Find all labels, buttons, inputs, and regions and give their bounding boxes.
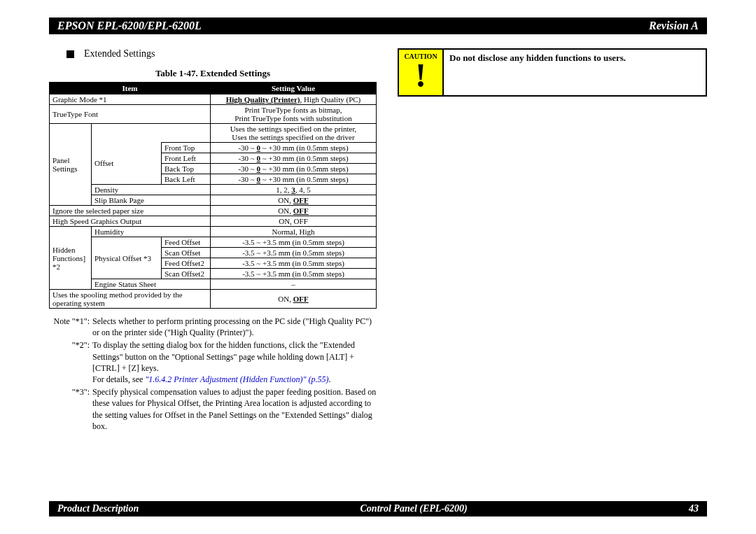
cell-group: Panel Settings (50, 124, 92, 206)
cell-item: Back Left (162, 174, 211, 185)
bullet-square-icon (66, 50, 74, 58)
table-caption: Table 1-47. Extended Settings (49, 68, 377, 79)
cell-value: -30 ~ 0 ~ +30 mm (in 0.5mm steps) (211, 174, 377, 185)
note-label: "*2": (49, 339, 92, 385)
table-row: Graphic Mode *1 High Quality (Printer), … (50, 94, 377, 105)
footnotes: Note "*1": Selects whether to perform pr… (49, 316, 377, 432)
left-column: Extended Settings Table 1-47. Extended S… (49, 48, 377, 433)
cell-item: Humidity (92, 227, 211, 237)
note-2: "*2": To display the setting dialog box … (49, 339, 377, 385)
table-row: High Speed Graphics Output ON, OFF (50, 216, 377, 227)
right-column: CAUTION ! Do not disclose any hidden fun… (398, 48, 707, 433)
table-row: Density 1, 2, 3, 4, 5 (50, 185, 377, 195)
cell-value: 1, 2, 3, 4, 5 (211, 185, 377, 195)
cell-value: Normal, High (211, 227, 377, 237)
extended-settings-table: Item Setting Value Graphic Mode *1 High … (49, 82, 377, 309)
exclamation-icon: ! (415, 59, 426, 92)
cell-item: Density (92, 185, 211, 195)
revision-label: Revision A (649, 20, 699, 32)
cell-value: Uses the settings specified on the print… (211, 124, 377, 143)
table-row: Uses the spooling method provided by the… (50, 290, 377, 309)
doc-title: EPSON EPL-6200/EPL-6200L (57, 20, 202, 32)
cell-value: -30 ~ 0 ~ +30 mm (in 0.5mm steps) (211, 143, 377, 153)
value-line2: Print TrueType fonts with substitution (234, 114, 351, 122)
section-heading: Extended Settings (66, 48, 377, 59)
section-heading-text: Extended Settings (84, 48, 155, 59)
note-text: To display the setting dialog box for th… (92, 339, 377, 385)
cell-item: Uses the spooling method provided by the… (50, 290, 211, 309)
cell-item: Scan Offset (162, 248, 211, 258)
cell-item: Ignore the selected paper size (50, 206, 211, 216)
cell-value: -3.5 ~ +3.5 mm (in 0.5mm steps) (211, 269, 377, 279)
cell-item: Feed Offset (162, 237, 211, 248)
th-item: Item (50, 83, 211, 94)
cell-empty (92, 124, 211, 143)
cell-value: Print TrueType fonts as bitmap,Print Tru… (211, 105, 377, 124)
cell-value: -3.5 ~ +3.5 mm (in 0.5mm steps) (211, 237, 377, 248)
cell-item: Graphic Mode *1 (50, 94, 211, 105)
cell-value: ON, OFF (211, 206, 377, 216)
cell-value: -3.5 ~ +3.5 mm (in 0.5mm steps) (211, 248, 377, 258)
note-text: Selects whether to perform printing proc… (92, 316, 377, 338)
note-text: Specify physical compensation values to … (92, 386, 377, 432)
value-rest: , High Quality (PC) (300, 95, 360, 104)
cell-item: Front Left (162, 153, 211, 164)
cell-value: -30 ~ 0 ~ +30 mm (in 0.5mm steps) (211, 164, 377, 174)
page-footer: Product Description Control Panel (EPL-6… (49, 501, 707, 517)
table-row: Panel Settings Uses the settings specifi… (50, 124, 377, 143)
table-row: HiddenFunctions] *2 Humidity Normal, Hig… (50, 227, 377, 237)
cell-group: HiddenFunctions] *2 (50, 227, 92, 290)
cell-item: TrueType Font (50, 105, 211, 124)
cell-value: ON, OFF (211, 290, 377, 309)
cell-subgroup: Physical Offset *3 (92, 237, 162, 279)
cell-item: Slip Blank Page (92, 195, 211, 206)
caution-icon-cell: CAUTION ! (399, 50, 444, 95)
cell-value: – (211, 279, 377, 290)
cell-value: -30 ~ 0 ~ +30 mm (in 0.5mm steps) (211, 153, 377, 164)
cell-item: Feed Offset2 (162, 258, 211, 269)
note-1: Note "*1": Selects whether to perform pr… (49, 316, 377, 338)
table-row: Physical Offset *3 Feed Offset -3.5 ~ +3… (50, 237, 377, 248)
cross-reference-link[interactable]: "1.6.4.2 Printer Adjustment (Hidden Func… (145, 374, 328, 384)
page-header: EPSON EPL-6200/EPL-6200L Revision A (49, 17, 707, 34)
table-header-row: Item Setting Value (50, 83, 377, 94)
cell-value: ON, OFF (211, 216, 377, 227)
table-row: Offset Front Top -30 ~ 0 ~ +30 mm (in 0.… (50, 143, 377, 153)
cell-item: Engine Status Sheet (92, 279, 211, 290)
note-3: "*3": Specify physical compensation valu… (49, 386, 377, 432)
table-row: Ignore the selected paper size ON, OFF (50, 206, 377, 216)
caution-box: CAUTION ! Do not disclose any hidden fun… (398, 48, 707, 97)
note-label: "*3": (49, 386, 92, 432)
footer-left: Product Description (57, 503, 139, 514)
th-value: Setting Value (211, 83, 377, 94)
footer-center: Control Panel (EPL-6200) (360, 503, 468, 514)
cell-subgroup: Offset (92, 143, 162, 185)
cell-item: Back Top (162, 164, 211, 174)
caution-text: Do not disclose any hidden functions to … (444, 50, 631, 95)
cell-value: High Quality (Printer), High Quality (PC… (211, 94, 377, 105)
value-line1: Uses the settings specified on the print… (230, 125, 357, 133)
cell-item: High Speed Graphics Output (50, 216, 211, 227)
cell-item: Front Top (162, 143, 211, 153)
table-row: TrueType Font Print TrueType fonts as bi… (50, 105, 377, 124)
value-default: High Quality (Printer) (226, 95, 300, 104)
cell-value: -3.5 ~ +3.5 mm (in 0.5mm steps) (211, 258, 377, 269)
content-area: Extended Settings Table 1-47. Extended S… (49, 48, 707, 433)
table-row: Slip Blank Page ON, OFF (50, 195, 377, 206)
value-line2: Uses the settings specified on the drive… (232, 133, 354, 141)
note-label: Note "*1": (49, 316, 92, 338)
value-line1: Print TrueType fonts as bitmap, (245, 106, 342, 114)
footer-page-number: 43 (689, 503, 699, 514)
cell-value: ON, OFF (211, 195, 377, 206)
cell-item: Scan Offset2 (162, 269, 211, 279)
table-row: Engine Status Sheet – (50, 279, 377, 290)
